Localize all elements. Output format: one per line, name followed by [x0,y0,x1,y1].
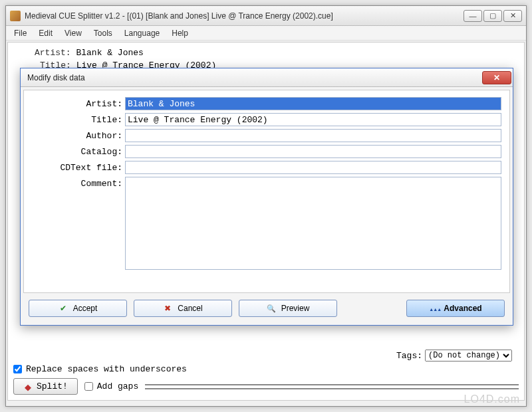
minimize-button[interactable]: — [464,10,482,22]
title-label: Title: [32,113,125,125]
replace-spaces-label: Replace spaces with underscores [26,364,187,374]
title-row: Title: [32,113,501,126]
replace-spaces-row: Replace spaces with underscores [13,364,519,374]
accept-button[interactable]: Accept [29,300,127,317]
window-title: Medieval CUE Splitter v1.2 - [(01) [Blan… [25,11,464,21]
close-button[interactable]: ✕ [503,10,522,22]
split-button-label: Split! [37,381,68,391]
artist-label: Artist: [32,97,125,109]
split-row: Split! Add gaps [13,378,519,395]
author-input[interactable] [125,129,501,142]
comment-textarea[interactable] [125,177,501,270]
maximize-button[interactable]: ▢ [483,10,502,22]
watermark: LO4D.com [464,393,520,405]
preview-icon [267,304,276,313]
menu-help[interactable]: Help [166,27,194,39]
progress-bar-1 [145,384,519,385]
author-row: Author: [32,129,501,142]
window-controls: — ▢ ✕ [464,10,522,22]
catalog-input[interactable] [125,145,501,158]
advanced-label: Advanced [444,304,481,313]
cdtext-input[interactable] [125,161,501,174]
progress-bar-2 [145,388,519,389]
tags-label: Tags: [396,351,422,361]
menu-view[interactable]: View [59,27,87,39]
header-artist-label: Artist: [35,48,71,58]
dialog-close-button[interactable]: ✕ [482,71,511,84]
bottom-area: Replace spaces with underscores Tags: (D… [13,362,519,395]
split-button[interactable]: Split! [13,378,78,395]
cdtext-row: CDText file: [32,161,501,174]
add-gaps-checkbox[interactable] [84,382,93,391]
cdtext-label: CDText file: [32,161,125,173]
menu-edit[interactable]: Edit [33,27,58,39]
catalog-row: Catalog: [32,145,501,158]
menu-file[interactable]: File [9,27,32,39]
author-label: Author: [32,129,125,141]
cancel-label: Cancel [178,304,202,313]
advanced-button[interactable]: Advanced [406,300,505,317]
add-gaps-label: Add gaps [97,381,138,391]
preview-button[interactable]: Preview [239,300,337,317]
dialog-titlebar: Modify disk data ✕ [21,68,513,87]
dialog-body: Artist: Title: Author: Catalog: CDText f… [23,90,510,293]
catalog-label: Catalog: [32,145,125,157]
header-artist-value: Blank & Jones [76,48,143,58]
dialog-title: Modify disk data [27,73,482,82]
menu-language[interactable]: Language [119,27,165,39]
tags-group: Tags: (Do not change) [396,350,512,361]
accept-label: Accept [73,304,98,313]
dialog-buttonbar: Accept Cancel Preview Advanced [21,296,513,324]
add-gaps-row: Add gaps [84,381,138,391]
menubar: File Edit View Tools Language Help [6,26,526,41]
main-titlebar: Medieval CUE Splitter v1.2 - [(01) [Blan… [6,6,526,26]
modify-disk-dialog: Modify disk data ✕ Artist: Title: Author… [20,68,513,326]
cancel-icon [163,304,172,313]
tags-select[interactable]: (Do not change) [425,350,512,361]
title-input[interactable] [125,113,501,126]
comment-row: Comment: [32,177,501,270]
cancel-button[interactable]: Cancel [134,300,232,317]
menu-tools[interactable]: Tools [88,27,118,39]
replace-spaces-checkbox[interactable] [13,365,22,373]
artist-row: Artist: [32,97,501,110]
advanced-icon [429,304,438,313]
preview-label: Preview [281,304,310,313]
split-icon [23,382,33,391]
artist-input[interactable] [125,97,501,110]
comment-label: Comment: [32,177,125,189]
app-icon [10,11,21,21]
accept-icon [59,304,68,313]
header-artist-row: Artist: Blank & Jones [15,47,517,59]
